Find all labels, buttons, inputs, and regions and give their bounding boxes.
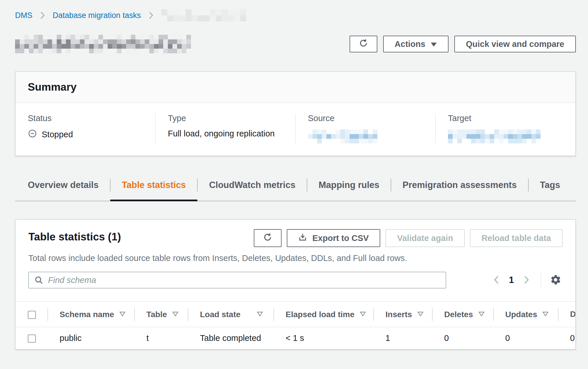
- sort-icon: [417, 309, 424, 318]
- table-statistics-panel: Table statistics (1): [15, 219, 576, 350]
- next-page-button[interactable]: [521, 273, 532, 287]
- dms-task-page: DMS Database migration tasks Actions: [0, 0, 588, 350]
- status-label: Status: [28, 114, 155, 123]
- breadcrumb-link-tasks[interactable]: Database migration tasks: [53, 11, 141, 20]
- cell-clipped: 0: [558, 327, 575, 349]
- refresh-icon: [359, 38, 368, 50]
- current-page-number[interactable]: 1: [509, 275, 514, 285]
- task-tabs: Overview details Table statistics CloudW…: [15, 174, 576, 201]
- summary-field-target: Target: [435, 114, 575, 143]
- target-link-redacted[interactable]: [448, 129, 541, 143]
- reload-table-data-button[interactable]: Reload table data: [470, 229, 563, 247]
- previous-page-button[interactable]: [491, 273, 501, 287]
- breadcrumb: DMS Database migration tasks: [15, 9, 576, 22]
- chevron-right-icon: [523, 275, 530, 286]
- page-header: Actions Quick view and compare: [15, 35, 576, 53]
- task-name-redacted: [15, 35, 191, 53]
- cell-deletes: 0: [432, 327, 493, 349]
- cell-table: t: [134, 327, 188, 349]
- source-link-redacted[interactable]: [308, 129, 377, 143]
- tab-cloudwatch-metrics[interactable]: CloudWatch metrics: [197, 174, 307, 201]
- table-row: public t Table completed < 1 s 1 0 0 0: [16, 327, 575, 349]
- cell-schema-name: public: [47, 327, 134, 349]
- header-actions: Actions Quick view and compare: [350, 36, 576, 52]
- refresh-button[interactable]: [350, 36, 377, 52]
- column-header-deletes[interactable]: Deletes: [432, 302, 493, 327]
- sort-icon: [257, 309, 263, 318]
- type-value: Full load, ongoing replication: [168, 129, 275, 138]
- summary-field-status: Status Stopped: [16, 114, 155, 143]
- gear-icon: [550, 274, 561, 286]
- cell-updates: 0: [493, 327, 558, 349]
- column-header-load-state[interactable]: Load state: [188, 302, 273, 327]
- source-label: Source: [308, 114, 435, 123]
- export-csv-label: Export to CSV: [312, 233, 369, 243]
- cell-inserts: 1: [373, 327, 432, 349]
- validate-again-button[interactable]: Validate again: [385, 229, 464, 247]
- summary-panel: Summary Status Stopped Type Full load, o…: [15, 71, 576, 156]
- tab-mapping-rules[interactable]: Mapping rules: [307, 174, 391, 201]
- schema-search: [28, 272, 446, 288]
- status-value: Stopped: [42, 130, 73, 139]
- statistics-table: Schema name Table Load state Elapsed loa…: [16, 301, 575, 349]
- column-header-elapsed-load-time[interactable]: Elapsed load time: [273, 302, 373, 327]
- chevron-separator-icon: [40, 11, 45, 20]
- table-header-row: Schema name Table Load state Elapsed loa…: [16, 302, 575, 327]
- column-header-schema-name[interactable]: Schema name: [47, 302, 134, 327]
- summary-panel-header: Summary: [16, 72, 575, 103]
- summary-body: Status Stopped Type Full load, ongoing r…: [16, 103, 575, 156]
- validate-again-label: Validate again: [397, 233, 453, 243]
- sort-icon: [360, 309, 366, 318]
- sort-icon: [542, 309, 549, 318]
- column-header-clipped[interactable]: D: [558, 302, 575, 327]
- toolbar-divider: [541, 272, 541, 288]
- actions-button[interactable]: Actions: [383, 36, 449, 52]
- column-header-table[interactable]: Table: [134, 302, 188, 327]
- table-panel-head: Table statistics (1): [16, 220, 575, 288]
- export-csv-button[interactable]: Export to CSV: [287, 229, 380, 247]
- select-all-checkbox[interactable]: [28, 311, 36, 319]
- preferences-button[interactable]: [549, 273, 563, 288]
- chevron-left-icon: [493, 275, 500, 286]
- quick-view-label: Quick view and compare: [466, 39, 564, 49]
- column-header-inserts[interactable]: Inserts: [373, 302, 432, 327]
- cell-elapsed-load-time: < 1 s: [273, 327, 373, 349]
- summary-title: Summary: [28, 81, 563, 93]
- reload-table-data-label: Reload table data: [482, 233, 551, 243]
- tab-tags[interactable]: Tags: [528, 174, 572, 201]
- actions-button-label: Actions: [395, 39, 425, 49]
- table-statistics-description: Total rows include loaded source table r…: [28, 253, 563, 263]
- pagination: 1: [491, 272, 563, 288]
- stopped-icon: [28, 129, 37, 140]
- target-label: Target: [448, 114, 575, 123]
- sort-icon: [172, 309, 179, 318]
- type-label: Type: [168, 114, 295, 123]
- tab-table-statistics[interactable]: Table statistics: [110, 174, 198, 201]
- breadcrumb-link-dms[interactable]: DMS: [15, 11, 32, 20]
- summary-field-type: Type Full load, ongoing replication: [155, 114, 295, 143]
- breadcrumb-current-redacted: [161, 9, 246, 21]
- export-icon: [298, 233, 307, 244]
- caret-down-icon: [431, 39, 437, 49]
- cell-load-state: Table completed: [188, 327, 273, 349]
- summary-field-source: Source: [295, 114, 435, 143]
- table-refresh-button[interactable]: [254, 229, 282, 247]
- column-header-updates[interactable]: Updates: [493, 302, 558, 327]
- table-panel-actions: Export to CSV Validate again Reload tabl…: [254, 229, 563, 247]
- search-input[interactable]: [28, 272, 446, 288]
- tab-overview-details[interactable]: Overview details: [15, 174, 110, 201]
- sort-icon: [478, 309, 485, 318]
- chevron-separator-icon: [148, 11, 154, 20]
- table-toolbar: 1: [28, 272, 563, 288]
- table-statistics-title: Table statistics (1): [28, 229, 121, 243]
- select-all-header: [16, 302, 47, 327]
- sort-icon: [119, 309, 126, 318]
- tab-premigration-assessments[interactable]: Premigration assessments: [391, 174, 528, 201]
- row-select-cell: [16, 327, 47, 349]
- row-checkbox[interactable]: [28, 335, 36, 343]
- quick-view-compare-button[interactable]: Quick view and compare: [454, 36, 576, 52]
- refresh-icon: [263, 232, 273, 244]
- statistics-table-container: Schema name Table Load state Elapsed loa…: [16, 301, 575, 349]
